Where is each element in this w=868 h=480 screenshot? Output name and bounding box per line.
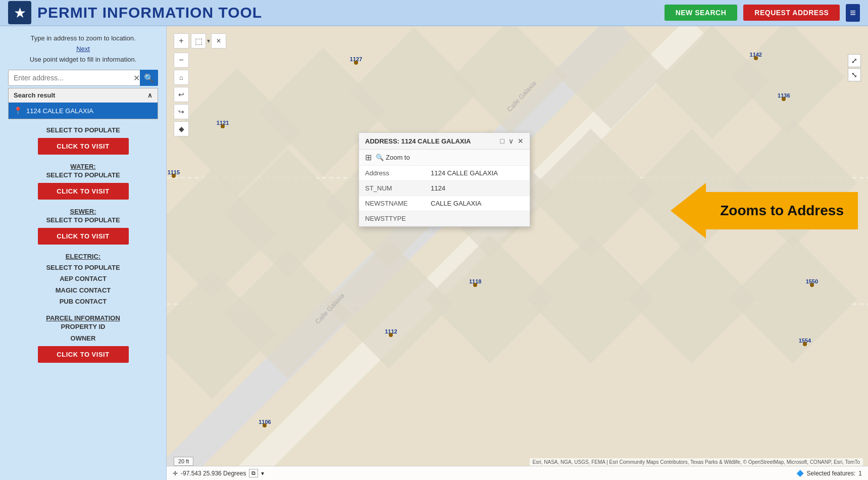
zoom-out-button[interactable]: − (174, 53, 189, 68)
popup-field-name: NEWSTNAME (359, 196, 425, 211)
electric-aep: AEP CONTACT (8, 273, 158, 284)
popup-expand-button[interactable]: □ (500, 137, 504, 145)
zoom-widget-expand-button[interactable]: ⤢ (848, 54, 861, 67)
map-toolbar: + ⬚ ▾ ✕ − ⌂ ↩ ↪ ◆ (174, 33, 226, 136)
electric-pub: PUB CONTACT (8, 296, 158, 307)
map-dot-1112[interactable] (389, 333, 393, 337)
popup-field-name: NEWSTTYPE (359, 211, 425, 226)
coords-left: ✛ -97.543 25.936 Degrees ⧉ ▾ (173, 469, 264, 477)
home-button[interactable]: ⌂ (174, 70, 189, 85)
coords-copy-button[interactable]: ⧉ (249, 469, 258, 477)
location-icon: 📍 (14, 107, 22, 115)
app-logo: ★ (8, 1, 31, 24)
popup-close-button[interactable]: ✕ (518, 137, 524, 145)
zoom-to-label: Zoom to (386, 154, 410, 161)
search-collapse-icon[interactable]: ∧ (147, 91, 152, 99)
sewer-section: SEWER: SELECT TO POPULATE CLICK TO VISIT (8, 208, 158, 245)
map-container[interactable]: Calle Galaxia Calle Galaxia Calle Galaxi… (167, 26, 868, 480)
new-search-button[interactable]: NEW SEARCH (665, 5, 738, 21)
map-dot-1550[interactable] (810, 283, 814, 287)
popup-table-row: NEWSTNAMECALLE GALAXIA (359, 196, 530, 211)
popup-grid-icon: ⊞ (365, 153, 372, 162)
search-results-header: Search result ∧ (9, 88, 158, 103)
parcel-label: PARCEL INFORMATION (8, 314, 158, 322)
click-to-visit-button-sewer[interactable]: CLICK TO VISIT (38, 228, 129, 245)
sewer-select: SELECT TO POPULATE (8, 216, 158, 224)
map-attribution: Esri, NASA, NGA, USGS, FEMA | Esri Commu… (530, 458, 863, 466)
map-background: Calle Galaxia Calle Galaxia Calle Galaxi… (167, 26, 868, 480)
header-right: NEW SEARCH REQUEST ADDRESS ≡ (665, 4, 860, 22)
app-header: ★ PERMIT INFORMATION TOOL NEW SEARCH REQ… (0, 0, 868, 26)
sewer-label: SEWER: (8, 208, 158, 215)
water-label: WATER: (8, 163, 158, 170)
coords-crosshair-icon: ✛ (173, 470, 178, 477)
search-zoom-icon: 🔍 (376, 154, 384, 161)
coords-dropdown-icon[interactable]: ▾ (261, 470, 264, 477)
popup-field-value: 1124 CALLE GALAXIA (425, 166, 530, 181)
zoom-widget-compress-button[interactable]: ⤡ (848, 68, 861, 81)
compass-button[interactable]: ◆ (174, 121, 189, 136)
selected-features-bar: 🔷 Selected features: 1 (796, 470, 862, 477)
map-dot-1127[interactable] (354, 61, 358, 65)
zoom-in-button[interactable]: + (174, 33, 189, 49)
parcel-section: PARCEL INFORMATION PROPERTY ID OWNER CLI… (8, 314, 158, 363)
scale-label: 20 ft (178, 458, 189, 464)
popup-title: ADDRESS: 1124 CALLE GALAXIA (365, 137, 471, 145)
instruction-line1: Type in address to zoom to location. (30, 34, 135, 42)
search-result-item[interactable]: 📍 1124 CALLE GALAXIA (9, 103, 158, 119)
search-box-wrapper: 1124 CALLE GALAXIA ✕ 🔍 (8, 70, 158, 86)
request-address-button[interactable]: REQUEST ADDRESS (743, 5, 840, 21)
electric-section: ELECTRIC: SELECT TO POPULATE AEP CONTACT… (8, 253, 158, 307)
click-to-visit-button-parcel[interactable]: CLICK TO VISIT (38, 346, 129, 363)
menu-button[interactable]: ≡ (846, 4, 860, 22)
map-dot-1554[interactable] (803, 342, 807, 346)
map-toolbar-top: + ⬚ ▾ ✕ (174, 33, 226, 49)
popup-table-row: NEWSTTYPE (359, 211, 530, 226)
map-dot-1118[interactable] (473, 283, 477, 287)
scale-bar: 20 ft (174, 457, 193, 466)
sidebar: Type in address to zoom to location. Nex… (0, 26, 167, 480)
arrow-box: Zooms to Address (706, 192, 858, 229)
selected-features-count: 1 (858, 470, 862, 477)
instruction-line2: Use point widget to fill in information. (30, 56, 137, 63)
search-results-panel: Search result ∧ 📍 1124 CALLE GALAXIA (8, 88, 158, 119)
search-results-label: Search result (14, 91, 55, 99)
popup-table-row: Address1124 CALLE GALAXIA (359, 166, 530, 181)
lasso-tool-button[interactable]: ✕ (211, 33, 226, 49)
header-left: ★ PERMIT INFORMATION TOOL (8, 1, 262, 24)
select-dropdown-icon[interactable]: ▾ (207, 37, 210, 44)
instruction-next-link[interactable]: Next (76, 45, 90, 53)
select-to-populate-label: SELECT TO POPULATE (8, 126, 158, 134)
forward-extent-button[interactable]: ↪ (174, 104, 189, 119)
popup-field-name: ST_NUM (359, 181, 425, 196)
popup-field-name: Address (359, 166, 425, 181)
popup-header: ADDRESS: 1124 CALLE GALAXIA □ ∨ ✕ (359, 133, 530, 150)
search-go-button[interactable]: 🔍 (140, 70, 158, 86)
popup-collapse-button[interactable]: ∨ (508, 137, 514, 145)
sidebar-instructions: Type in address to zoom to location. Nex… (8, 33, 158, 65)
electric-select: SELECT TO POPULATE (8, 262, 158, 273)
map-dot-1106[interactable] (263, 423, 267, 427)
popup-field-value: CALLE GALAXIA (425, 196, 530, 211)
electric-magic: MAGIC CONTACT (8, 285, 158, 296)
click-to-visit-button-water[interactable]: CLICK TO VISIT (38, 183, 129, 200)
electric-label: ELECTRIC: (8, 253, 158, 260)
back-extent-button[interactable]: ↩ (174, 87, 189, 102)
map-dot-1142[interactable] (754, 56, 758, 60)
selected-features-label: Selected features: (807, 470, 856, 477)
popup-controls: □ ∨ ✕ (500, 137, 524, 145)
popup-toolbar: ⊞ 🔍 Zoom to (359, 150, 530, 166)
arrow-left (671, 183, 706, 238)
popup-field-value (425, 211, 530, 226)
select-tools: ⬚ ▾ ✕ (191, 33, 226, 49)
map-zoom-widget: ⤢ ⤡ (848, 54, 861, 81)
search-result-text: 1124 CALLE GALAXIA (26, 107, 93, 115)
zoom-to-button[interactable]: 🔍 Zoom to (376, 154, 410, 161)
water-select: SELECT TO POPULATE (8, 171, 158, 179)
map-dot-1115[interactable] (172, 174, 176, 178)
map-dot-1136[interactable] (782, 97, 786, 101)
popup-table-row: ST_NUM1124 (359, 181, 530, 196)
select-tool-button[interactable]: ⬚ (191, 33, 206, 49)
select-to-populate-section: SELECT TO POPULATE CLICK TO VISIT (8, 126, 158, 155)
click-to-visit-button-1[interactable]: CLICK TO VISIT (38, 138, 129, 155)
